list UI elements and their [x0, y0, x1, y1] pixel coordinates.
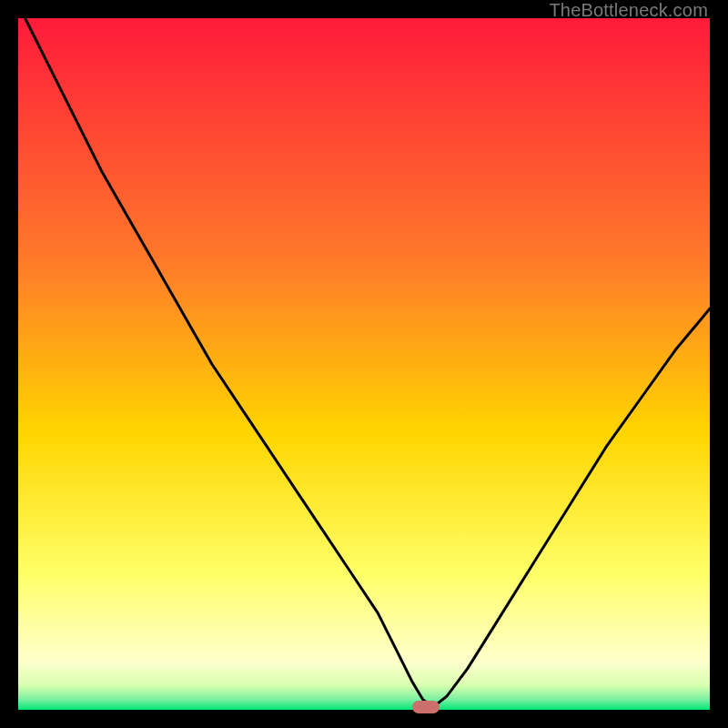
gradient-background	[18, 18, 710, 710]
watermark-text: TheBottleneck.com	[549, 0, 708, 21]
chart-frame	[18, 18, 710, 710]
bottleneck-chart	[18, 18, 710, 710]
optimal-marker	[412, 701, 440, 713]
